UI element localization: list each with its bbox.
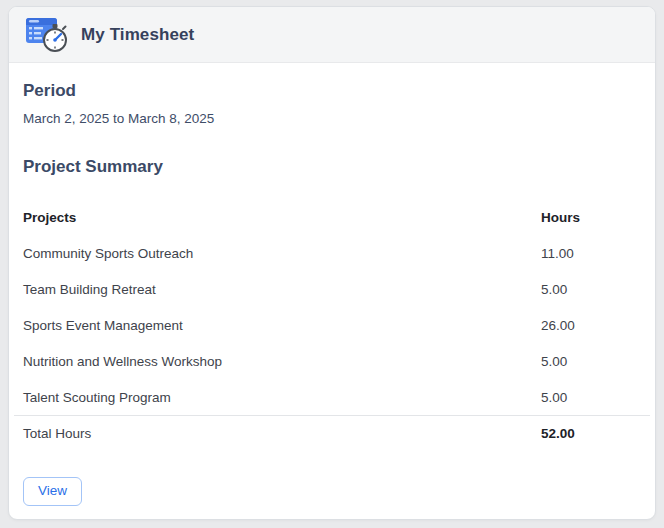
- table-row: Sports Event Management26.00: [23, 307, 641, 343]
- page-title: My Timesheet: [81, 25, 194, 45]
- hours-column-header: Hours: [541, 210, 641, 225]
- project-name: Sports Event Management: [23, 318, 541, 333]
- total-hours-label: Total Hours: [23, 426, 541, 441]
- project-name: Talent Scouting Program: [23, 390, 541, 405]
- table-header-row: Projects Hours: [23, 199, 641, 235]
- project-summary-table: Projects Hours Community Sports Outreach…: [23, 199, 641, 451]
- project-hours: 5.00: [541, 282, 641, 297]
- table-row: Nutrition and Wellness Workshop5.00: [23, 343, 641, 379]
- table-row: Talent Scouting Program5.00: [23, 379, 641, 415]
- summary-table-body: Community Sports Outreach11.00Team Build…: [23, 235, 641, 415]
- project-hours: 5.00: [541, 390, 641, 405]
- timesheet-card: My Timesheet Period March 2, 2025 to Mar…: [8, 6, 656, 520]
- project-summary-heading: Project Summary: [23, 156, 641, 178]
- total-hours-value: 52.00: [541, 426, 641, 441]
- card-header: My Timesheet: [9, 7, 655, 63]
- total-hours-row: Total Hours 52.00: [14, 415, 650, 451]
- view-button[interactable]: View: [23, 477, 82, 506]
- project-name: Nutrition and Wellness Workshop: [23, 354, 541, 369]
- timesheet-clock-icon: [25, 16, 69, 54]
- table-row: Community Sports Outreach11.00: [23, 235, 641, 271]
- period-value: March 2, 2025 to March 8, 2025: [23, 110, 641, 128]
- project-hours: 11.00: [541, 246, 641, 261]
- card-body: Period March 2, 2025 to March 8, 2025 Pr…: [9, 80, 655, 506]
- project-name: Community Sports Outreach: [23, 246, 541, 261]
- project-name: Team Building Retreat: [23, 282, 541, 297]
- project-hours: 5.00: [541, 354, 641, 369]
- period-heading: Period: [23, 80, 641, 102]
- project-hours: 26.00: [541, 318, 641, 333]
- table-row: Team Building Retreat5.00: [23, 271, 641, 307]
- projects-column-header: Projects: [23, 210, 541, 225]
